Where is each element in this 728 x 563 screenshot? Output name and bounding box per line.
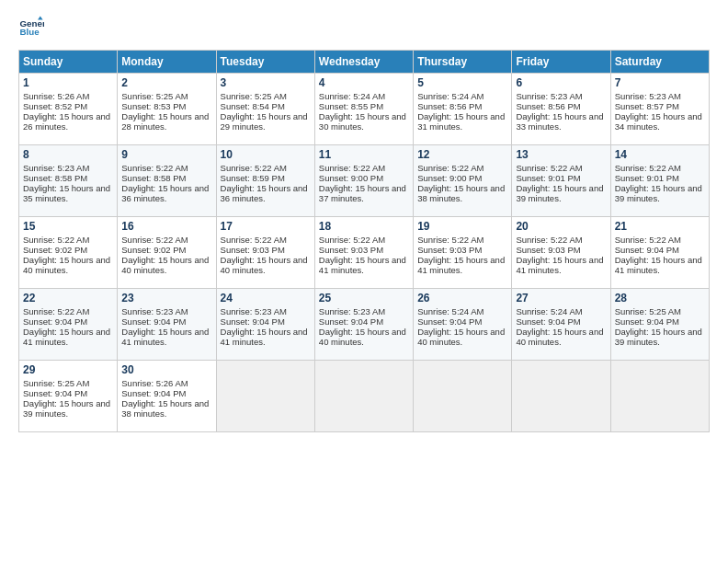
daylight-label: Daylight: 15 hours and 29 minutes. xyxy=(221,111,308,132)
day-number: 16 xyxy=(121,220,211,233)
sunset-label: Sunset: 8:58 PM xyxy=(23,173,87,183)
sunrise-label: Sunrise: 5:22 AM xyxy=(221,163,287,173)
header: General Blue xyxy=(18,15,710,40)
sunrise-label: Sunrise: 5:24 AM xyxy=(417,91,483,101)
sunrise-label: Sunrise: 5:25 AM xyxy=(121,91,188,101)
sunset-label: Sunset: 9:01 PM xyxy=(516,173,580,183)
calendar-cell: 19Sunrise: 5:22 AMSunset: 9:03 PMDayligh… xyxy=(414,217,512,289)
calendar-cell: 29Sunrise: 5:25 AMSunset: 9:04 PMDayligh… xyxy=(19,361,118,432)
calendar-cell: 2Sunrise: 5:25 AMSunset: 8:53 PMDaylight… xyxy=(118,74,216,145)
col-header-friday: Friday xyxy=(512,51,610,74)
calendar-cell: 1Sunrise: 5:26 AMSunset: 8:52 PMDaylight… xyxy=(19,74,118,145)
calendar-cell: 3Sunrise: 5:25 AMSunset: 8:54 PMDaylight… xyxy=(216,74,314,145)
sunrise-label: Sunrise: 5:22 AM xyxy=(417,163,483,173)
calendar-cell: 6Sunrise: 5:23 AMSunset: 8:56 PMDaylight… xyxy=(512,74,610,145)
daylight-label: Daylight: 15 hours and 41 minutes. xyxy=(417,255,505,275)
sunrise-label: Sunrise: 5:22 AM xyxy=(615,163,681,173)
col-header-wednesday: Wednesday xyxy=(314,51,413,74)
sunset-label: Sunset: 9:03 PM xyxy=(417,245,482,255)
calendar-cell: 15Sunrise: 5:22 AMSunset: 9:02 PMDayligh… xyxy=(19,217,118,289)
sunrise-label: Sunrise: 5:25 AM xyxy=(23,378,89,388)
day-number: 27 xyxy=(516,292,606,304)
day-number: 10 xyxy=(221,148,311,161)
sunset-label: Sunset: 9:00 PM xyxy=(319,173,383,183)
sunset-label: Sunset: 9:04 PM xyxy=(23,316,87,327)
sunrise-label: Sunrise: 5:23 AM xyxy=(516,91,582,101)
daylight-label: Daylight: 15 hours and 39 minutes. xyxy=(615,327,702,347)
day-number: 23 xyxy=(121,292,211,304)
calendar: SundayMondayTuesdayWednesdayThursdayFrid… xyxy=(18,50,710,432)
sunrise-label: Sunrise: 5:22 AM xyxy=(615,235,681,245)
daylight-label: Daylight: 15 hours and 28 minutes. xyxy=(121,111,209,132)
logo-icon: General Blue xyxy=(18,15,44,40)
day-number: 21 xyxy=(615,220,705,233)
day-number: 11 xyxy=(319,148,409,161)
calendar-header-row: SundayMondayTuesdayWednesdayThursdayFrid… xyxy=(19,51,710,74)
day-number: 25 xyxy=(319,292,409,304)
day-number: 28 xyxy=(615,292,705,304)
sunset-label: Sunset: 9:00 PM xyxy=(417,173,482,183)
day-number: 30 xyxy=(121,363,211,376)
daylight-label: Daylight: 15 hours and 30 minutes. xyxy=(319,111,406,132)
calendar-cell xyxy=(610,361,709,432)
day-number: 29 xyxy=(23,363,113,376)
day-number: 9 xyxy=(121,148,211,161)
sunset-label: Sunset: 9:04 PM xyxy=(319,316,383,327)
day-number: 5 xyxy=(417,76,507,89)
daylight-label: Daylight: 15 hours and 39 minutes. xyxy=(615,183,702,203)
calendar-week-5: 29Sunrise: 5:25 AMSunset: 9:04 PMDayligh… xyxy=(19,361,710,432)
calendar-cell: 5Sunrise: 5:24 AMSunset: 8:56 PMDaylight… xyxy=(414,74,512,145)
col-header-monday: Monday xyxy=(118,51,216,74)
day-number: 12 xyxy=(417,148,507,161)
sunrise-label: Sunrise: 5:22 AM xyxy=(417,235,483,245)
day-number: 8 xyxy=(23,148,113,161)
calendar-week-4: 22Sunrise: 5:22 AMSunset: 9:04 PMDayligh… xyxy=(19,289,710,361)
day-number: 15 xyxy=(23,220,113,233)
sunrise-label: Sunrise: 5:22 AM xyxy=(221,235,287,245)
sunrise-label: Sunrise: 5:22 AM xyxy=(23,306,89,316)
calendar-cell: 13Sunrise: 5:22 AMSunset: 9:01 PMDayligh… xyxy=(512,145,610,217)
sunset-label: Sunset: 9:03 PM xyxy=(319,245,383,255)
sunset-label: Sunset: 8:58 PM xyxy=(121,173,186,183)
calendar-cell: 24Sunrise: 5:23 AMSunset: 9:04 PMDayligh… xyxy=(216,289,314,361)
sunset-label: Sunset: 9:04 PM xyxy=(417,316,482,327)
day-number: 2 xyxy=(121,76,211,89)
daylight-label: Daylight: 15 hours and 37 minutes. xyxy=(319,183,406,203)
calendar-cell xyxy=(216,361,314,432)
sunrise-label: Sunrise: 5:26 AM xyxy=(23,91,89,101)
calendar-cell: 30Sunrise: 5:26 AMSunset: 9:04 PMDayligh… xyxy=(118,361,216,432)
daylight-label: Daylight: 15 hours and 40 minutes. xyxy=(319,327,406,347)
sunrise-label: Sunrise: 5:25 AM xyxy=(221,91,287,101)
svg-text:Blue: Blue xyxy=(19,27,40,37)
daylight-label: Daylight: 15 hours and 41 minutes. xyxy=(121,327,209,347)
sunrise-label: Sunrise: 5:22 AM xyxy=(121,163,188,173)
calendar-cell: 27Sunrise: 5:24 AMSunset: 9:04 PMDayligh… xyxy=(512,289,610,361)
daylight-label: Daylight: 15 hours and 40 minutes. xyxy=(23,255,110,275)
calendar-cell: 4Sunrise: 5:24 AMSunset: 8:55 PMDaylight… xyxy=(314,74,413,145)
sunset-label: Sunset: 9:02 PM xyxy=(121,245,186,255)
calendar-cell: 26Sunrise: 5:24 AMSunset: 9:04 PMDayligh… xyxy=(414,289,512,361)
sunrise-label: Sunrise: 5:22 AM xyxy=(319,235,385,245)
sunset-label: Sunset: 9:04 PM xyxy=(121,388,186,398)
sunset-label: Sunset: 8:56 PM xyxy=(516,101,580,111)
calendar-cell: 17Sunrise: 5:22 AMSunset: 9:03 PMDayligh… xyxy=(216,217,314,289)
sunset-label: Sunset: 8:55 PM xyxy=(319,101,383,111)
day-number: 3 xyxy=(221,76,311,89)
day-number: 4 xyxy=(319,76,409,89)
daylight-label: Daylight: 15 hours and 36 minutes. xyxy=(121,183,209,203)
sunset-label: Sunset: 9:02 PM xyxy=(23,245,87,255)
sunrise-label: Sunrise: 5:22 AM xyxy=(121,235,188,245)
sunrise-label: Sunrise: 5:22 AM xyxy=(516,163,582,173)
sunset-label: Sunset: 8:52 PM xyxy=(23,101,87,111)
calendar-cell: 14Sunrise: 5:22 AMSunset: 9:01 PMDayligh… xyxy=(610,145,709,217)
sunset-label: Sunset: 9:04 PM xyxy=(221,316,285,327)
day-number: 1 xyxy=(23,76,113,89)
day-number: 6 xyxy=(516,76,606,89)
sunrise-label: Sunrise: 5:25 AM xyxy=(615,306,681,316)
calendar-cell: 22Sunrise: 5:22 AMSunset: 9:04 PMDayligh… xyxy=(19,289,118,361)
calendar-cell: 8Sunrise: 5:23 AMSunset: 8:58 PMDaylight… xyxy=(19,145,118,217)
calendar-cell xyxy=(314,361,413,432)
sunrise-label: Sunrise: 5:26 AM xyxy=(121,378,188,388)
calendar-cell: 28Sunrise: 5:25 AMSunset: 9:04 PMDayligh… xyxy=(610,289,709,361)
daylight-label: Daylight: 15 hours and 41 minutes. xyxy=(516,255,603,275)
